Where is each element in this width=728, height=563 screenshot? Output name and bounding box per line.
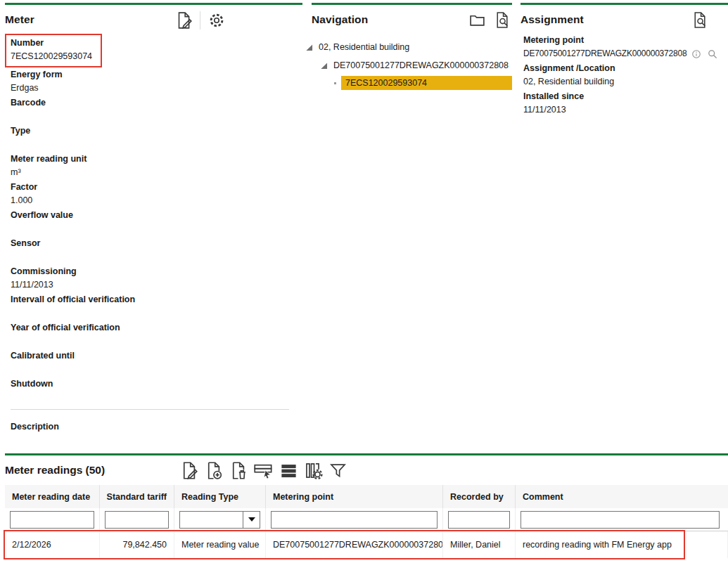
tree-node-metering-point[interactable]: DE70075001277DREWAGZK000000372808 <box>305 56 512 75</box>
field-description: Description <box>11 420 302 448</box>
filter-input-metering-point[interactable] <box>271 511 438 529</box>
field-value <box>11 306 302 320</box>
navigation-tree: 02, Residential building DE70075001277DR… <box>305 38 512 91</box>
filter-input-reading-type[interactable] <box>179 511 243 529</box>
column-settings-icon[interactable] <box>304 461 323 480</box>
cell-meter-reading-date: 2/12/2026 <box>5 531 100 558</box>
field-barcode: Barcode <box>11 96 302 124</box>
tree-node-label: 02, Residential building <box>316 41 412 53</box>
tree-node-label: DE70075001277DREWAGZK000000372808 <box>331 59 511 72</box>
field-value <box>11 335 302 348</box>
field-overflow-value: Overflow value <box>11 209 302 237</box>
field-label: Commissioning <box>11 265 302 278</box>
column-header-metering-point[interactable]: Metering point <box>266 485 443 508</box>
field-value: 1.000 <box>11 194 302 207</box>
readings-filter-row <box>5 508 728 531</box>
field-label: Description <box>11 420 302 434</box>
tree-leaf-bullet-icon <box>334 82 336 84</box>
field-intervall-of-official-verification: Intervall of official verification <box>11 293 302 321</box>
cell-reading-type: Meter reading value <box>174 531 266 558</box>
field-value <box>11 434 302 447</box>
info-icon[interactable] <box>690 48 703 60</box>
filter-icon[interactable] <box>328 461 347 480</box>
field-label: Shutdown <box>11 377 302 391</box>
readings-table-row[interactable]: 2/12/2026 79,842.450 Meter reading value… <box>5 531 728 558</box>
field-label: Factor <box>11 181 302 194</box>
field-value: DE70075001277DREWAGZK000000372808 <box>523 47 687 60</box>
filter-input-standard-tariff[interactable] <box>105 511 169 529</box>
meter-readings-section: Meter readings (50) <box>5 453 728 558</box>
field-factor: Factor 1.000 <box>11 181 302 209</box>
chevron-down-icon <box>248 517 255 522</box>
select-row-icon[interactable] <box>253 461 274 480</box>
readings-table-header: Meter reading date Standard tariff Readi… <box>5 485 728 508</box>
field-commissioning: Commissioning 11/11/2013 <box>11 265 302 293</box>
assignment-panel: Assignment Metering point DE70075001277D… <box>521 3 728 118</box>
delete-document-icon[interactable] <box>229 461 248 480</box>
field-label: Number <box>11 37 96 50</box>
column-header-standard-tariff[interactable]: Standard tariff <box>100 485 174 508</box>
column-header-comment[interactable]: Comment <box>516 485 728 508</box>
column-header-reading-type[interactable]: Reading Type <box>174 485 266 508</box>
field-energy-form: Energy form Erdgas <box>11 68 302 96</box>
divider <box>200 11 200 30</box>
reading-type-dropdown-button[interactable] <box>243 511 260 529</box>
filter-input-recorded-by[interactable] <box>448 511 510 529</box>
field-label: Meter reading unit <box>11 153 302 166</box>
field-metering-point: Metering point DE70075001277DREWAGZK0000… <box>523 34 728 62</box>
document-search-icon[interactable] <box>691 11 708 29</box>
add-document-icon[interactable] <box>204 461 223 480</box>
field-year-of-official-verification: Year of official verification <box>11 321 302 349</box>
field-label: Overflow value <box>11 209 302 222</box>
search-icon[interactable] <box>706 48 719 60</box>
field-value <box>11 222 302 235</box>
field-label: Energy form <box>11 68 302 82</box>
field-value: 02, Residential building <box>523 75 728 89</box>
field-sensor: Sensor <box>11 237 302 265</box>
field-label: Year of official verification <box>11 321 302 335</box>
tree-node-meter-selected[interactable]: 7ECS120029593074 <box>305 75 512 91</box>
field-value: 11/11/2013 <box>11 278 302 292</box>
field-number-highlighted: Number 7ECS120029593074 <box>5 34 102 67</box>
field-type: Type <box>11 124 302 153</box>
tree-expanded-icon[interactable] <box>305 44 313 51</box>
section-divider <box>11 409 289 410</box>
cell-metering-point: DE70075001277DREWAGZK000000372808 <box>266 531 443 558</box>
field-calibrated-until: Calibrated until <box>11 349 302 377</box>
field-installed-since: Installed since 11/11/2013 <box>523 90 728 118</box>
field-assignment-location: Assignment /Location 02, Residential bui… <box>523 62 728 90</box>
field-value <box>11 250 302 264</box>
field-label: Type <box>11 124 302 138</box>
field-value: Erdgas <box>11 82 302 95</box>
meter-panel: Meter Number 7ECS120029593074 Energy for… <box>5 3 302 448</box>
field-label: Installed since <box>523 90 728 103</box>
field-value: 7ECS120029593074 <box>11 50 96 63</box>
field-shutdown: Shutdown <box>11 377 302 406</box>
tree-node-location[interactable]: 02, Residential building <box>305 38 512 56</box>
cell-standard-tariff: 79,842.450 <box>100 531 174 558</box>
cell-recorded-by: Miller, Daniel <box>443 531 516 558</box>
field-label: Sensor <box>11 237 302 250</box>
tree-expanded-icon[interactable] <box>320 62 328 70</box>
folder-icon[interactable] <box>468 11 486 29</box>
field-label: Intervall of official verification <box>11 293 302 306</box>
meter-readings-title: Meter readings (50) <box>5 464 728 477</box>
settings-gear-icon[interactable] <box>207 11 226 30</box>
field-label: Metering point <box>523 34 728 47</box>
filter-input-meter-reading-date[interactable] <box>10 511 94 529</box>
filter-input-comment[interactable] <box>521 511 720 529</box>
meter-panel-title: Meter <box>5 13 302 26</box>
field-value <box>11 110 302 123</box>
field-label: Calibrated until <box>11 349 302 363</box>
rows-icon[interactable] <box>279 461 298 480</box>
field-value <box>11 138 302 151</box>
field-value: 11/11/2013 <box>523 103 728 117</box>
field-value: m³ <box>11 166 302 179</box>
column-header-recorded-by[interactable]: Recorded by <box>443 485 516 508</box>
document-search-icon[interactable] <box>493 11 511 29</box>
edit-icon[interactable] <box>179 461 198 480</box>
field-value <box>11 391 302 404</box>
field-label: Assignment /Location <box>523 62 728 75</box>
edit-icon[interactable] <box>174 11 193 30</box>
column-header-meter-reading-date[interactable]: Meter reading date <box>5 485 100 508</box>
